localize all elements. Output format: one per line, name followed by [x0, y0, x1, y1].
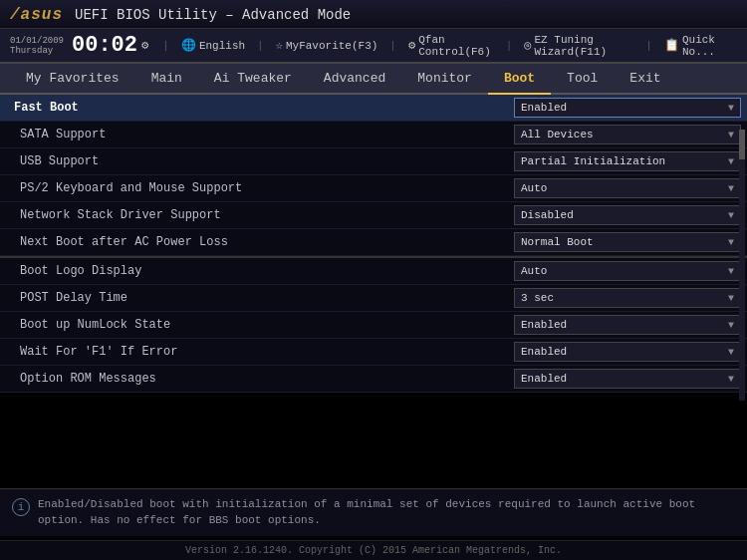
fan-icon: ⚙: [408, 38, 415, 53]
tools-bar: 01/01/2009 Thursday 00:02 ⚙ | 🌐 English …: [0, 29, 747, 64]
setting-row-8[interactable]: Boot up NumLock StateEnabled▼: [0, 312, 747, 339]
dropdown-arrow-8: ▼: [728, 320, 734, 331]
setting-row-10[interactable]: Option ROM MessagesEnabled▼: [0, 366, 747, 393]
tuning-icon: ◎: [524, 38, 531, 53]
bios-title: UEFI BIOS Utility – Advanced Mode: [75, 7, 351, 23]
setting-value-wrap-0[interactable]: Enabled▼: [508, 95, 747, 121]
setting-label-7: POST Delay Time: [0, 286, 508, 310]
setting-label-9: Wait For 'F1' If Error: [0, 340, 508, 364]
separator-3: |: [389, 40, 396, 52]
setting-dropdown-1[interactable]: All Devices▼: [514, 125, 741, 144]
setting-dropdown-4[interactable]: Disabled▼: [514, 205, 741, 225]
scrollbar[interactable]: [739, 130, 745, 401]
setting-dropdown-2[interactable]: Partial Initialization▼: [514, 151, 741, 171]
setting-value-wrap-6[interactable]: Auto▼: [508, 258, 747, 284]
dropdown-arrow-7: ▼: [728, 293, 734, 304]
setting-value-wrap-10[interactable]: Enabled▼: [508, 366, 747, 392]
setting-label-5: Next Boot after AC Power Loss: [0, 230, 508, 254]
setting-value-wrap-9[interactable]: Enabled▼: [508, 339, 747, 365]
setting-row-0[interactable]: Fast BootEnabled▼: [0, 95, 747, 122]
setting-row-3[interactable]: PS/2 Keyboard and Mouse SupportAuto▼: [0, 175, 747, 202]
tab-tool[interactable]: Tool: [551, 64, 614, 95]
setting-row-4[interactable]: Network Stack Driver SupportDisabled▼: [0, 202, 747, 229]
setting-row-7[interactable]: POST Delay Time3 sec▼: [0, 285, 747, 312]
setting-row-5[interactable]: Next Boot after AC Power LossNormal Boot…: [0, 229, 747, 256]
info-icon: i: [12, 498, 30, 516]
footer-text: Version 2.16.1240. Copyright (C) 2015 Am…: [185, 545, 562, 556]
setting-value-wrap-2[interactable]: Partial Initialization▼: [508, 148, 747, 174]
separator-5: |: [645, 40, 652, 52]
datetime: 01/01/2009 Thursday: [10, 36, 64, 56]
tab-advanced[interactable]: Advanced: [308, 64, 401, 95]
tab-monitor[interactable]: Monitor: [401, 64, 488, 95]
dropdown-arrow-4: ▼: [728, 210, 734, 221]
clock-settings-icon[interactable]: ⚙: [141, 38, 148, 53]
setting-value-5: Normal Boot: [521, 236, 594, 248]
tool-english-label: English: [199, 40, 245, 52]
setting-dropdown-9[interactable]: Enabled▼: [514, 342, 741, 362]
setting-value-wrap-8[interactable]: Enabled▼: [508, 312, 747, 338]
setting-dropdown-3[interactable]: Auto▼: [514, 178, 741, 198]
setting-value-wrap-7[interactable]: 3 sec▼: [508, 285, 747, 311]
tab-boot[interactable]: Boot: [488, 64, 551, 95]
favorites-icon: ☆: [276, 38, 283, 53]
setting-label-0: Fast Boot: [0, 96, 508, 120]
tool-quicknote[interactable]: 📋 Quick No...: [658, 34, 737, 58]
info-text: Enabled/Disabled boot with initializatio…: [38, 497, 735, 528]
setting-value-wrap-4[interactable]: Disabled▼: [508, 202, 747, 228]
setting-value-3: Auto: [521, 182, 547, 194]
setting-value-4: Disabled: [521, 209, 574, 221]
dropdown-arrow-1: ▼: [728, 130, 734, 140]
setting-row-9[interactable]: Wait For 'F1' If ErrorEnabled▼: [0, 339, 747, 366]
setting-row-2[interactable]: USB SupportPartial Initialization▼: [0, 148, 747, 175]
info-bar: i Enabled/Disabled boot with initializat…: [0, 488, 747, 536]
asus-logo: /asus: [10, 6, 63, 24]
nav-tabs: My Favorites Main Ai Tweaker Advanced Mo…: [0, 64, 747, 95]
setting-row-1[interactable]: SATA SupportAll Devices▼: [0, 122, 747, 148]
setting-label-8: Boot up NumLock State: [0, 313, 508, 337]
setting-row-6[interactable]: Boot Logo DisplayAuto▼: [0, 256, 747, 285]
dropdown-arrow-2: ▼: [728, 156, 734, 167]
setting-value-wrap-3[interactable]: Auto▼: [508, 175, 747, 201]
tab-my-favorites[interactable]: My Favorites: [10, 64, 135, 95]
setting-dropdown-5[interactable]: Normal Boot▼: [514, 232, 741, 252]
tool-english[interactable]: 🌐 English: [175, 38, 251, 53]
setting-value-2: Partial Initialization: [521, 155, 665, 167]
setting-dropdown-6[interactable]: Auto▼: [514, 261, 741, 281]
date-display: 01/01/2009: [10, 36, 64, 46]
tab-main[interactable]: Main: [135, 64, 198, 95]
dropdown-arrow-3: ▼: [728, 183, 734, 194]
setting-dropdown-10[interactable]: Enabled▼: [514, 369, 741, 389]
setting-value-8: Enabled: [521, 319, 567, 331]
scrollbar-thumb[interactable]: [739, 130, 745, 159]
dropdown-arrow-10: ▼: [728, 374, 734, 385]
separator-2: |: [257, 40, 264, 52]
setting-value-wrap-1[interactable]: All Devices▼: [508, 122, 747, 147]
setting-dropdown-8[interactable]: Enabled▼: [514, 315, 741, 335]
setting-value-10: Enabled: [521, 373, 567, 385]
separator-4: |: [506, 40, 513, 52]
tool-eztuning-label: EZ Tuning Wizard(F11): [535, 34, 634, 58]
dropdown-arrow-6: ▼: [728, 266, 734, 277]
footer-bar: Version 2.16.1240. Copyright (C) 2015 Am…: [0, 540, 747, 560]
tool-myfavorite[interactable]: ☆ MyFavorite(F3): [270, 38, 384, 53]
clock-display: 00:02: [72, 33, 137, 58]
setting-dropdown-7[interactable]: 3 sec▼: [514, 288, 741, 308]
content-area: Fast BootEnabled▼SATA SupportAll Devices…: [0, 95, 747, 393]
tab-ai-tweaker[interactable]: Ai Tweaker: [198, 64, 308, 95]
tool-qfan[interactable]: ⚙ Qfan Control(F6): [402, 34, 500, 58]
setting-label-4: Network Stack Driver Support: [0, 203, 508, 227]
dropdown-arrow-9: ▼: [728, 347, 734, 358]
tab-exit[interactable]: Exit: [614, 64, 676, 95]
setting-value-1: All Devices: [521, 129, 594, 140]
setting-value-wrap-5[interactable]: Normal Boot▼: [508, 229, 747, 255]
globe-icon: 🌐: [181, 38, 196, 53]
tool-eztuning[interactable]: ◎ EZ Tuning Wizard(F11): [518, 34, 639, 58]
setting-label-3: PS/2 Keyboard and Mouse Support: [0, 176, 508, 200]
tool-myfavorite-label: MyFavorite(F3): [286, 40, 377, 52]
dropdown-arrow-5: ▼: [728, 237, 734, 248]
header-bar: /asus UEFI BIOS Utility – Advanced Mode: [0, 0, 747, 29]
tool-qfan-label: Qfan Control(F6): [418, 34, 493, 58]
setting-value-0: Enabled: [521, 102, 567, 114]
setting-dropdown-0[interactable]: Enabled▼: [514, 98, 741, 118]
